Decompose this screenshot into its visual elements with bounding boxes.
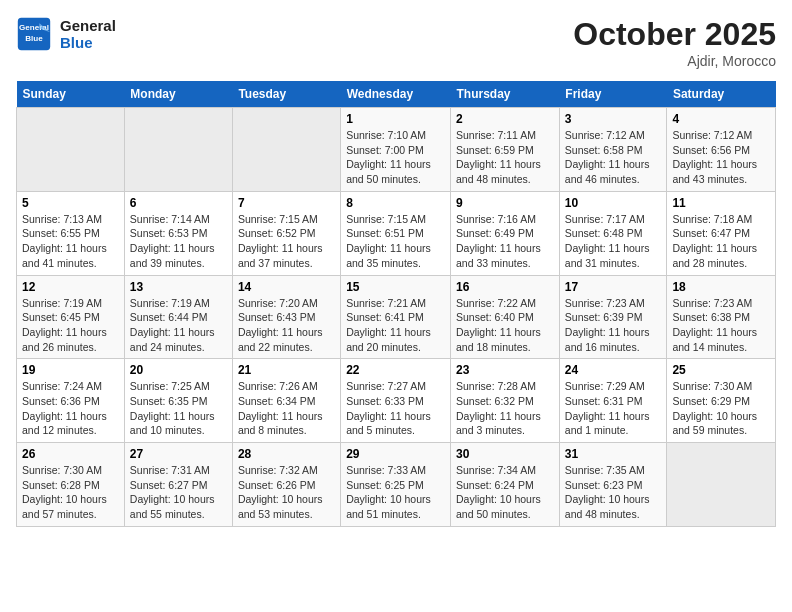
day-header-monday: Monday [124,81,232,108]
day-number: 31 [565,447,662,461]
day-info: Sunrise: 7:21 AMSunset: 6:41 PMDaylight:… [346,296,445,355]
calendar-cell: 2Sunrise: 7:11 AMSunset: 6:59 PMDaylight… [451,108,560,192]
calendar-cell: 23Sunrise: 7:28 AMSunset: 6:32 PMDayligh… [451,359,560,443]
calendar-cell: 8Sunrise: 7:15 AMSunset: 6:51 PMDaylight… [341,191,451,275]
day-number: 19 [22,363,119,377]
calendar-cell: 30Sunrise: 7:34 AMSunset: 6:24 PMDayligh… [451,443,560,527]
day-info: Sunrise: 7:23 AMSunset: 6:38 PMDaylight:… [672,296,770,355]
day-info: Sunrise: 7:26 AMSunset: 6:34 PMDaylight:… [238,379,335,438]
day-info: Sunrise: 7:13 AMSunset: 6:55 PMDaylight:… [22,212,119,271]
calendar-cell: 3Sunrise: 7:12 AMSunset: 6:58 PMDaylight… [559,108,667,192]
calendar-cell: 18Sunrise: 7:23 AMSunset: 6:38 PMDayligh… [667,275,776,359]
page-header: General Blue General Blue October 2025 A… [16,16,776,69]
day-info: Sunrise: 7:29 AMSunset: 6:31 PMDaylight:… [565,379,662,438]
svg-text:Blue: Blue [25,34,43,43]
day-info: Sunrise: 7:23 AMSunset: 6:39 PMDaylight:… [565,296,662,355]
day-number: 1 [346,112,445,126]
day-info: Sunrise: 7:11 AMSunset: 6:59 PMDaylight:… [456,128,554,187]
day-header-saturday: Saturday [667,81,776,108]
calendar-cell: 25Sunrise: 7:30 AMSunset: 6:29 PMDayligh… [667,359,776,443]
day-number: 7 [238,196,335,210]
day-info: Sunrise: 7:14 AMSunset: 6:53 PMDaylight:… [130,212,227,271]
day-number: 28 [238,447,335,461]
calendar-cell [124,108,232,192]
day-number: 5 [22,196,119,210]
calendar-cell [17,108,125,192]
calendar-cell: 10Sunrise: 7:17 AMSunset: 6:48 PMDayligh… [559,191,667,275]
calendar-cell: 26Sunrise: 7:30 AMSunset: 6:28 PMDayligh… [17,443,125,527]
calendar-cell: 31Sunrise: 7:35 AMSunset: 6:23 PMDayligh… [559,443,667,527]
calendar-cell: 6Sunrise: 7:14 AMSunset: 6:53 PMDaylight… [124,191,232,275]
day-info: Sunrise: 7:22 AMSunset: 6:40 PMDaylight:… [456,296,554,355]
day-number: 27 [130,447,227,461]
day-info: Sunrise: 7:19 AMSunset: 6:45 PMDaylight:… [22,296,119,355]
calendar-cell: 24Sunrise: 7:29 AMSunset: 6:31 PMDayligh… [559,359,667,443]
calendar-cell: 19Sunrise: 7:24 AMSunset: 6:36 PMDayligh… [17,359,125,443]
day-info: Sunrise: 7:34 AMSunset: 6:24 PMDaylight:… [456,463,554,522]
day-number: 12 [22,280,119,294]
calendar-cell [232,108,340,192]
day-header-sunday: Sunday [17,81,125,108]
calendar-cell: 11Sunrise: 7:18 AMSunset: 6:47 PMDayligh… [667,191,776,275]
calendar-cell: 28Sunrise: 7:32 AMSunset: 6:26 PMDayligh… [232,443,340,527]
day-number: 22 [346,363,445,377]
day-info: Sunrise: 7:12 AMSunset: 6:56 PMDaylight:… [672,128,770,187]
day-info: Sunrise: 7:27 AMSunset: 6:33 PMDaylight:… [346,379,445,438]
calendar-cell: 4Sunrise: 7:12 AMSunset: 6:56 PMDaylight… [667,108,776,192]
month-title: October 2025 [573,16,776,53]
calendar-cell: 1Sunrise: 7:10 AMSunset: 7:00 PMDaylight… [341,108,451,192]
day-header-tuesday: Tuesday [232,81,340,108]
day-info: Sunrise: 7:20 AMSunset: 6:43 PMDaylight:… [238,296,335,355]
day-info: Sunrise: 7:33 AMSunset: 6:25 PMDaylight:… [346,463,445,522]
day-info: Sunrise: 7:30 AMSunset: 6:29 PMDaylight:… [672,379,770,438]
day-info: Sunrise: 7:15 AMSunset: 6:51 PMDaylight:… [346,212,445,271]
day-info: Sunrise: 7:18 AMSunset: 6:47 PMDaylight:… [672,212,770,271]
calendar-cell [667,443,776,527]
day-number: 21 [238,363,335,377]
calendar-cell: 21Sunrise: 7:26 AMSunset: 6:34 PMDayligh… [232,359,340,443]
calendar-cell: 14Sunrise: 7:20 AMSunset: 6:43 PMDayligh… [232,275,340,359]
calendar-cell: 17Sunrise: 7:23 AMSunset: 6:39 PMDayligh… [559,275,667,359]
day-info: Sunrise: 7:28 AMSunset: 6:32 PMDaylight:… [456,379,554,438]
calendar-cell: 13Sunrise: 7:19 AMSunset: 6:44 PMDayligh… [124,275,232,359]
day-number: 3 [565,112,662,126]
logo-icon: General Blue [16,16,52,52]
day-info: Sunrise: 7:35 AMSunset: 6:23 PMDaylight:… [565,463,662,522]
day-info: Sunrise: 7:16 AMSunset: 6:49 PMDaylight:… [456,212,554,271]
day-number: 16 [456,280,554,294]
day-number: 20 [130,363,227,377]
day-info: Sunrise: 7:32 AMSunset: 6:26 PMDaylight:… [238,463,335,522]
day-info: Sunrise: 7:31 AMSunset: 6:27 PMDaylight:… [130,463,227,522]
day-number: 4 [672,112,770,126]
day-number: 2 [456,112,554,126]
logo: General Blue General Blue [16,16,116,52]
day-number: 17 [565,280,662,294]
day-number: 14 [238,280,335,294]
day-number: 13 [130,280,227,294]
day-info: Sunrise: 7:19 AMSunset: 6:44 PMDaylight:… [130,296,227,355]
calendar-cell: 15Sunrise: 7:21 AMSunset: 6:41 PMDayligh… [341,275,451,359]
calendar-cell: 22Sunrise: 7:27 AMSunset: 6:33 PMDayligh… [341,359,451,443]
day-number: 11 [672,196,770,210]
day-number: 8 [346,196,445,210]
day-number: 30 [456,447,554,461]
day-info: Sunrise: 7:25 AMSunset: 6:35 PMDaylight:… [130,379,227,438]
day-number: 6 [130,196,227,210]
day-header-wednesday: Wednesday [341,81,451,108]
day-number: 9 [456,196,554,210]
calendar-cell: 27Sunrise: 7:31 AMSunset: 6:27 PMDayligh… [124,443,232,527]
day-number: 26 [22,447,119,461]
day-number: 23 [456,363,554,377]
day-number: 10 [565,196,662,210]
day-number: 24 [565,363,662,377]
location-subtitle: Ajdir, Morocco [573,53,776,69]
day-info: Sunrise: 7:17 AMSunset: 6:48 PMDaylight:… [565,212,662,271]
calendar-cell: 5Sunrise: 7:13 AMSunset: 6:55 PMDaylight… [17,191,125,275]
day-header-friday: Friday [559,81,667,108]
day-info: Sunrise: 7:24 AMSunset: 6:36 PMDaylight:… [22,379,119,438]
day-header-thursday: Thursday [451,81,560,108]
day-number: 18 [672,280,770,294]
calendar-cell: 7Sunrise: 7:15 AMSunset: 6:52 PMDaylight… [232,191,340,275]
calendar-cell: 20Sunrise: 7:25 AMSunset: 6:35 PMDayligh… [124,359,232,443]
day-number: 15 [346,280,445,294]
